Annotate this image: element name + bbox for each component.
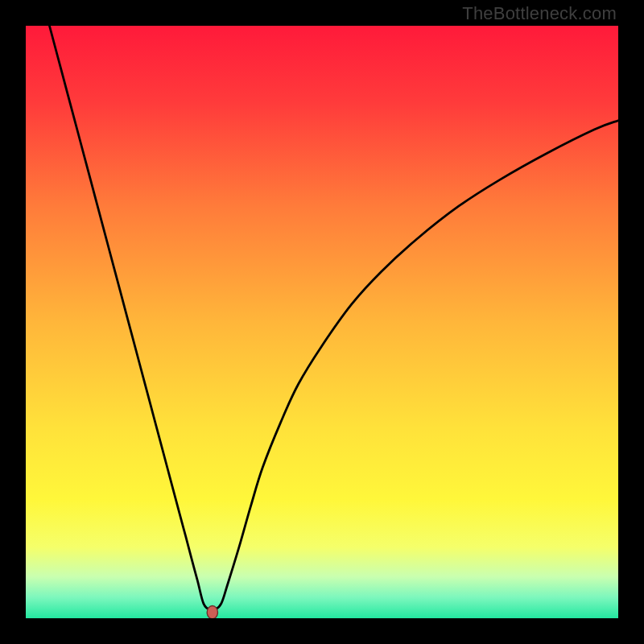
- chart-frame: [26, 26, 618, 618]
- watermark-text: TheBottleneck.com: [462, 3, 617, 24]
- min-point-marker: [207, 606, 217, 618]
- chart-background: [26, 26, 618, 618]
- chart-svg: [26, 26, 618, 618]
